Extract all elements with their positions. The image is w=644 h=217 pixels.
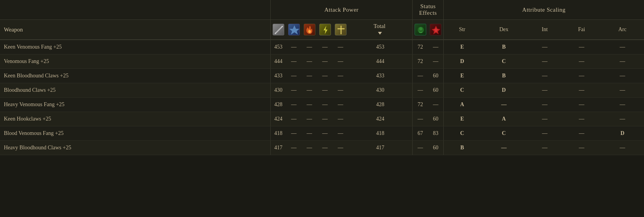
fire-value: — (302, 112, 317, 126)
phys-value: 444 (271, 54, 286, 69)
arc-scaling: — (601, 98, 644, 112)
attribute-scaling-header: Attribute Scaling (444, 0, 644, 20)
arc-scaling: — (601, 40, 644, 54)
sort-icon[interactable] (378, 32, 382, 35)
fire-value: — (302, 69, 317, 83)
weapon-name: Venomous Fang +25 (0, 54, 271, 69)
total-value: 418 (348, 126, 413, 141)
lightning-value: — (317, 54, 333, 69)
lightning-value: — (317, 40, 333, 54)
arc-scaling: — (601, 112, 644, 126)
table-row: Blood Venomous Fang +25 418 — — — — 418 … (0, 126, 644, 141)
svg-marker-2 (289, 25, 299, 35)
holy-value: — (333, 141, 348, 155)
arc-scaling: — (601, 83, 644, 98)
int-scaling: — (527, 112, 562, 126)
bleed-value: 60 (428, 83, 444, 98)
table-row: Keen Hookclaws +25 424 — — — — 424 — 60 … (0, 112, 644, 126)
str-scaling: E (444, 69, 481, 83)
svg-marker-3 (324, 26, 327, 34)
poison-value: 67 (413, 126, 428, 141)
fai-scaling: — (562, 40, 601, 54)
str-scaling: E (444, 40, 481, 54)
weapon-name: Keen Bloodhound Claws +25 (0, 69, 271, 83)
dex-scaling: D (481, 83, 527, 98)
weapon-column-label: Weapon (0, 20, 271, 40)
arc-scaling: — (601, 69, 644, 83)
holy-value: — (333, 69, 348, 83)
holy-value: — (333, 83, 348, 98)
fai-scaling: — (562, 69, 601, 83)
poison-value: — (413, 141, 428, 155)
fire-value: — (302, 98, 317, 112)
weapon-name: Keen Hookclaws +25 (0, 112, 271, 126)
fire-value: — (302, 141, 317, 155)
dex-scaling: — (481, 98, 527, 112)
fai-column-label: Fai (562, 20, 601, 40)
svg-point-7 (419, 27, 422, 30)
table-row: Heavy Bloodhound Claws +25 417 — — — — 4… (0, 141, 644, 155)
poison-value: — (413, 83, 428, 98)
bleed-value: 83 (428, 126, 444, 141)
fai-scaling: — (562, 83, 601, 98)
magic-value: — (286, 69, 302, 83)
dex-scaling: C (481, 126, 527, 141)
str-scaling: D (444, 54, 481, 69)
phys-value: 418 (271, 126, 286, 141)
weapon-section-header (0, 0, 271, 20)
str-scaling: C (444, 126, 481, 141)
arc-scaling: — (601, 141, 644, 155)
str-column-label: Str (444, 20, 481, 40)
str-scaling: B (444, 141, 481, 155)
table-row: Venomous Fang +25 444 — — — — 444 72 — D… (0, 54, 644, 69)
fire-value: — (302, 54, 317, 69)
int-scaling: — (527, 40, 562, 54)
fire-value: — (302, 83, 317, 98)
weapons-table: Attack Power Status Effects Attribute Sc… (0, 0, 644, 155)
fai-scaling: — (562, 141, 601, 155)
phys-value: 424 (271, 112, 286, 126)
attack-power-header: Attack Power (271, 0, 413, 20)
bleed-icon-header (428, 20, 444, 40)
bleed-value: — (428, 54, 444, 69)
fire-value: — (302, 40, 317, 54)
dex-scaling: B (481, 40, 527, 54)
int-scaling: — (527, 141, 562, 155)
bleed-value: 60 (428, 69, 444, 83)
total-value: 453 (348, 40, 413, 54)
phys-icon-header (271, 20, 286, 40)
table-row: Keen Bloodhound Claws +25 433 — — — — 43… (0, 69, 644, 83)
str-scaling: C (444, 83, 481, 98)
weapon-name: Bloodhound Claws +25 (0, 83, 271, 98)
dex-column-label: Dex (481, 20, 527, 40)
phys-value: 433 (271, 69, 286, 83)
total-value: 428 (348, 98, 413, 112)
poison-icon-header (413, 20, 428, 40)
lightning-value: — (317, 141, 333, 155)
fai-scaling: — (562, 54, 601, 69)
main-container: Attack Power Status Effects Attribute Sc… (0, 0, 644, 155)
lightning-value: — (317, 126, 333, 141)
int-scaling: — (527, 98, 562, 112)
bleed-value: — (428, 98, 444, 112)
magic-icon-header (286, 20, 302, 40)
phys-value: 428 (271, 98, 286, 112)
dex-scaling: C (481, 54, 527, 69)
lightning-value: — (317, 69, 333, 83)
weapon-name: Blood Venomous Fang +25 (0, 126, 271, 141)
weapon-name: Keen Venomous Fang +25 (0, 40, 271, 54)
arc-scaling: — (601, 54, 644, 69)
magic-value: — (286, 112, 302, 126)
poison-value: 72 (413, 98, 428, 112)
int-scaling: — (527, 54, 562, 69)
magic-value: — (286, 83, 302, 98)
fire-icon-header (302, 20, 317, 40)
fai-scaling: — (562, 98, 601, 112)
table-row: Bloodhound Claws +25 430 — — — — 430 — 6… (0, 83, 644, 98)
dex-scaling: — (481, 141, 527, 155)
total-value: 417 (348, 141, 413, 155)
fai-scaling: — (562, 126, 601, 141)
column-labels-row: Weapon (0, 20, 644, 40)
str-scaling: E (444, 112, 481, 126)
holy-value: — (333, 40, 348, 54)
